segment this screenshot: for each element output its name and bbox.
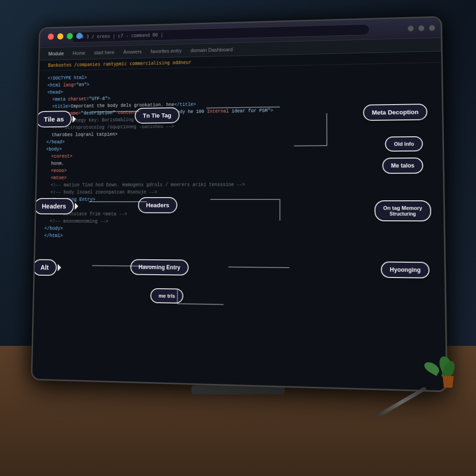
nav-favorites[interactable]: favorites entry xyxy=(151,48,182,54)
nav-start[interactable]: start here xyxy=(94,50,114,55)
nav-home[interactable]: Home xyxy=(73,50,86,56)
code-line-19: <me trls> xyxy=(45,204,433,212)
code-line-23: </html> xyxy=(44,232,434,242)
nav-domain[interactable]: domain Dashboard xyxy=(191,46,233,53)
code-line-18: <Harenting Entry> xyxy=(45,196,434,204)
extra-button[interactable] xyxy=(76,33,82,39)
browser-btn-1[interactable] xyxy=(408,26,414,31)
code-line-17: <!-- body lsoael zoeonpatcan Rsonuje --> xyxy=(45,188,433,196)
browser-btn-2[interactable] xyxy=(418,25,424,31)
screen-content: Module Home start here Answers favorites… xyxy=(32,38,446,391)
code-line-16: <!-- mation Tind hod Down. Hamogens gdro… xyxy=(45,181,433,189)
monitor: < 4 3 / orees | c7 - command 00 | Module… xyxy=(31,16,448,392)
close-button[interactable] xyxy=(48,33,54,40)
maximize-button[interactable] xyxy=(67,33,73,40)
traffic-lights xyxy=(48,33,83,40)
code-line-21: <!-- anooomonoming --> xyxy=(45,218,434,227)
minimize-button[interactable] xyxy=(57,33,63,40)
desk-plant xyxy=(434,341,462,388)
browser-btn-3[interactable] xyxy=(429,25,435,30)
nav-module[interactable]: Module xyxy=(48,51,64,56)
url-text: < 4 3 / orees | c7 - command 00 | xyxy=(76,33,163,40)
nav-answers[interactable]: Answers xyxy=(123,49,142,54)
url-bar[interactable]: < 4 3 / orees | c7 - command 00 | xyxy=(71,24,370,42)
code-editor[interactable]: <!DOCTYPE html> <html lang="en"> <head> … xyxy=(33,63,446,387)
